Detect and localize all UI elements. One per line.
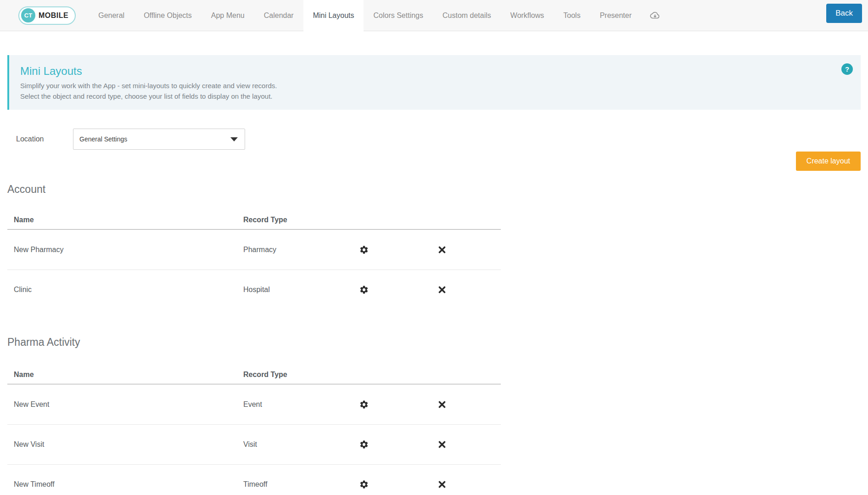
- table-row: New Visit Visit: [7, 424, 501, 464]
- section-title-account: Account: [7, 182, 861, 196]
- layout-name: New Event: [14, 400, 49, 409]
- table-row: New Pharmacy Pharmacy: [7, 230, 501, 270]
- brand-name: MOBILE: [39, 11, 68, 20]
- nav-tab-colors-settings[interactable]: Colors Settings: [364, 0, 433, 31]
- nav-tab-app-menu[interactable]: App Menu: [202, 0, 254, 31]
- account-table: Name Record Type New Pharmacy Pharmacy C…: [7, 211, 501, 309]
- banner-description-line2: Select the object and record type, choos…: [20, 91, 850, 101]
- remove-x-icon[interactable]: [436, 478, 448, 491]
- main-content: Mini Layouts Simplify your work with the…: [0, 55, 868, 495]
- nav-tab-mini-layouts[interactable]: Mini Layouts: [303, 0, 364, 34]
- record-type: Event: [243, 400, 262, 409]
- location-select[interactable]: General Settings: [73, 129, 245, 150]
- location-selected-value: General Settings: [79, 135, 230, 143]
- remove-x-icon[interactable]: [436, 398, 448, 411]
- page-title: Mini Layouts: [20, 64, 850, 78]
- mini-layouts-banner: Mini Layouts Simplify your work with the…: [7, 55, 861, 110]
- layout-name: New Visit: [14, 440, 44, 449]
- nav-tab-offline-objects[interactable]: Offline Objects: [134, 0, 202, 31]
- section-title-pharma-activity: Pharma Activity: [7, 335, 861, 349]
- create-layout-row: Create layout: [7, 152, 861, 171]
- help-icon[interactable]: ?: [841, 63, 853, 75]
- layout-name: New Timeoff: [14, 480, 55, 489]
- brand-logo: CT MOBILE: [18, 0, 76, 31]
- pharma-activity-table: Name Record Type New Event Event New Vis…: [7, 366, 501, 495]
- gear-icon[interactable]: [358, 478, 371, 491]
- brand-ct-badge: CT: [21, 8, 35, 22]
- table-row: Clinic Hospital: [7, 270, 501, 309]
- location-label: Location: [7, 135, 73, 143]
- layout-name: Clinic: [14, 286, 32, 294]
- gear-icon[interactable]: [358, 243, 371, 256]
- remove-x-icon[interactable]: [436, 284, 448, 296]
- nav-tab-calendar[interactable]: Calendar: [254, 0, 303, 31]
- layout-name: New Pharmacy: [14, 246, 63, 254]
- column-header-record-type: Record Type: [243, 216, 287, 224]
- gear-icon[interactable]: [358, 398, 371, 411]
- nav-tab-general[interactable]: General: [89, 0, 134, 31]
- table-header-row: Name Record Type: [7, 366, 501, 384]
- nav-tab-tools[interactable]: Tools: [554, 0, 590, 31]
- remove-x-icon[interactable]: [436, 243, 448, 256]
- column-header-name: Name: [14, 371, 34, 379]
- record-type: Pharmacy: [243, 246, 276, 254]
- gear-icon[interactable]: [358, 283, 371, 297]
- table-row: New Timeoff Timeoff: [7, 464, 501, 495]
- brand-logo-pill: CT MOBILE: [18, 6, 76, 25]
- table-row: New Event Event: [7, 384, 501, 424]
- create-layout-button[interactable]: Create layout: [796, 152, 861, 171]
- record-type: Hospital: [243, 286, 270, 294]
- banner-description-line1: Simplify your work with the App - set mi…: [20, 80, 850, 91]
- nav-tab-presenter[interactable]: Presenter: [590, 0, 641, 31]
- remove-x-icon[interactable]: [436, 439, 448, 451]
- gear-icon[interactable]: [358, 438, 371, 451]
- location-row: Location General Settings: [7, 129, 861, 150]
- chevron-down-icon: [230, 137, 238, 141]
- column-header-record-type: Record Type: [243, 371, 287, 379]
- top-navbar: CT MOBILE General Offline Objects App Me…: [0, 0, 868, 31]
- column-header-name: Name: [14, 216, 34, 224]
- back-button[interactable]: Back: [826, 4, 862, 23]
- cloud-download-icon[interactable]: [641, 0, 669, 31]
- record-type: Visit: [243, 440, 257, 449]
- table-header-row: Name Record Type: [7, 211, 501, 230]
- nav-tab-workflows[interactable]: Workflows: [501, 0, 554, 31]
- nav-tab-custom-details[interactable]: Custom details: [433, 0, 501, 31]
- record-type: Timeoff: [243, 480, 267, 489]
